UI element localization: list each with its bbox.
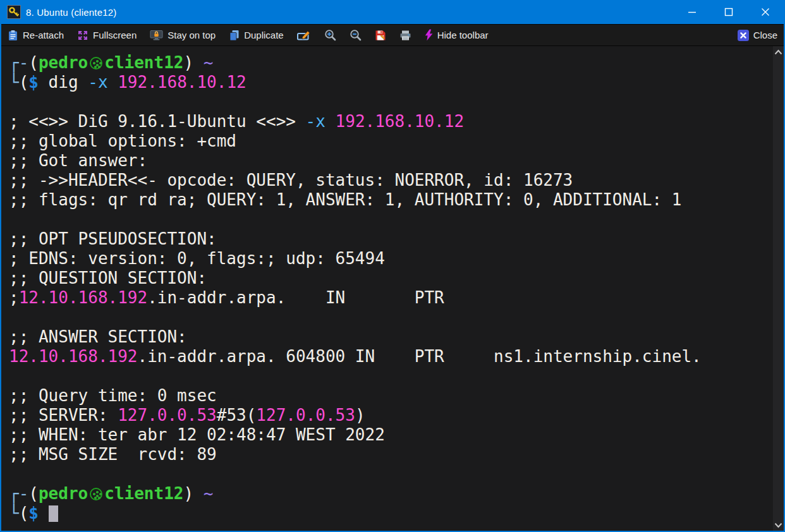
terminal-text-segment: ; <<>> DiG 9.16.1-Ubuntu <<>> [9, 112, 306, 131]
save-button[interactable] [375, 30, 386, 41]
terminal-text-segment: ;; SERVER: [9, 406, 118, 425]
terminal-line: └($ [9, 504, 773, 523]
terminal-text-segment: .in-addr.arpa. IN PTR [147, 288, 444, 307]
terminal-text-segment: .in-addr.arpa. 604800 IN PTR ns1.interns… [138, 347, 702, 366]
terminal-text-segment: 192.168.10.12 [118, 73, 246, 92]
terminal-line: ;; ANSWER SECTION: [9, 327, 773, 347]
terminal-line: ;; MSG SIZE rcvd: 89 [9, 445, 773, 464]
remote-viewer-window: 8. Ubuntu (cliente12) Re-attach [0, 0, 785, 532]
terminal-line [9, 464, 773, 484]
terminal-line: ; <<>> DiG 9.16.1-Ubuntu <<>> -x 192.168… [9, 112, 773, 131]
terminal-text-segment: 12.10.168.192 [19, 288, 148, 307]
terminal-line: ;; global options: +cmd [9, 131, 773, 151]
lightning-icon [425, 29, 433, 41]
re-attach-label: Re-attach [23, 30, 64, 40]
stay-on-top-button[interactable]: Stay on top [150, 30, 216, 41]
terminal-line [9, 210, 773, 229]
terminal-text-segment: ~ [204, 484, 214, 503]
terminal-text-segment: dig [39, 73, 88, 92]
monitor-lock-icon [150, 30, 163, 41]
window-controls [674, 0, 784, 24]
terminal-text-segment: ( [28, 484, 39, 503]
save-icon [375, 30, 386, 41]
terminal-output[interactable]: ┌-(pedroclient12) ~└($ dig -x 192.168.10… [1, 46, 773, 531]
terminal-text-segment: $ [28, 504, 39, 523]
scroll-up-button[interactable] [773, 46, 784, 57]
terminal-text-segment: ) [183, 484, 203, 503]
terminal-text-segment: ) [355, 406, 365, 425]
window-title: 8. Ubuntu (cliente12) [26, 7, 116, 18]
terminal-line: ;; QUESTION SECTION: [9, 269, 773, 288]
terminal-text-segment: 192.168.10.12 [336, 112, 465, 131]
duplicate-label: Duplicate [244, 30, 284, 40]
terminal-line: ;; Got answer: [9, 151, 773, 171]
zoom-in-button[interactable] [324, 29, 336, 41]
scroll-down-button[interactable] [773, 519, 784, 531]
fullscreen-label: Fullscreen [93, 30, 137, 40]
terminal-text-segment: 127.0.0.53 [118, 406, 217, 425]
print-icon [399, 30, 411, 41]
terminal-line: ┌-(pedroclient12) ~ [9, 53, 773, 73]
duplicate-button[interactable]: Duplicate [229, 30, 284, 41]
close-session-button[interactable]: Close [738, 30, 777, 41]
edit-button[interactable] [297, 30, 311, 40]
terminal-text-segment: $ [28, 73, 39, 92]
terminal-text-segment: 127.0.0.53 [256, 406, 355, 425]
terminal-text-segment: ;; global options: +cmd [9, 131, 236, 150]
hide-toolbar-button[interactable]: Hide toolbar [425, 29, 489, 41]
terminal-text-segment: ( [19, 504, 29, 523]
close-icon [761, 8, 770, 16]
edit-icon [297, 30, 311, 40]
minimize-icon [688, 8, 697, 16]
terminal-text-segment: 12.10.168.192 [9, 347, 138, 366]
terminal-text-segment: ~ [204, 53, 214, 72]
terminal-line: └($ dig -x 192.168.10.12 [9, 73, 773, 92]
terminal-text-segment: ;; Got answer: [9, 151, 147, 170]
terminal-line: ;; WHEN: ter abr 12 02:48:47 WEST 2022 [9, 425, 773, 445]
maximize-button[interactable] [710, 0, 747, 24]
zoom-in-icon [324, 29, 336, 41]
terminal-text-segment: └ [9, 504, 19, 523]
close-session-label: Close [753, 30, 777, 40]
terminal-text-segment: ;; ->>HEADER<<- opcode: QUERY, status: N… [9, 171, 573, 190]
kali-user-icon [90, 57, 102, 70]
hide-toolbar-label: Hide toolbar [437, 30, 489, 40]
close-session-icon [738, 30, 749, 41]
print-button[interactable] [399, 30, 411, 41]
fullscreen-arrows-icon [77, 30, 88, 41]
terminal-line: ;; OPT PSEUDOSECTION: [9, 229, 773, 249]
zoom-out-icon [350, 29, 362, 41]
terminal-cursor [49, 505, 58, 522]
terminal-text-segment: ; EDNS: version: 0, flags:; udp: 65494 [9, 249, 385, 268]
key-icon [7, 5, 21, 19]
terminal-line [9, 92, 773, 112]
viewer-toolbar: Re-attach Fullscreen Stay on top [1, 24, 784, 46]
fullscreen-button[interactable]: Fullscreen [77, 30, 137, 41]
terminal-text-segment: -x [88, 73, 107, 92]
terminal-line: ; EDNS: version: 0, flags:; udp: 65494 [9, 249, 773, 269]
terminal-text-segment: └ [9, 73, 19, 92]
terminal-line [9, 308, 773, 327]
terminal-line: 12.10.168.192.in-addr.arpa. 604800 IN PT… [9, 347, 773, 366]
terminal-line: ;; ->>HEADER<<- opcode: QUERY, status: N… [9, 171, 773, 190]
terminal-text-segment: ;; Query time: 0 msec [9, 386, 217, 405]
terminal-text-segment: ;; OPT PSEUDOSECTION: [9, 229, 217, 248]
terminal-text-segment: client12 [104, 53, 183, 72]
terminal-text-segment [108, 73, 118, 92]
terminal-text-segment: ;; flags: qr rd ra; QUERY: 1, ANSWER: 1,… [9, 190, 681, 209]
chevron-up-icon [774, 49, 782, 55]
terminal-line: ;; SERVER: 127.0.0.53#53(127.0.0.53) [9, 406, 773, 425]
re-attach-button[interactable]: Re-attach [8, 30, 64, 41]
close-window-button[interactable] [747, 0, 784, 24]
terminal-text-segment: ; [9, 288, 19, 307]
terminal-line: ;12.10.168.192.in-addr.arpa. IN PTR [9, 288, 773, 308]
title-bar[interactable]: 8. Ubuntu (cliente12) [1, 0, 784, 24]
terminal-text-segment: ┌- [9, 484, 28, 503]
terminal-line: ;; Query time: 0 msec [9, 386, 773, 406]
maximize-icon [724, 8, 733, 16]
minimize-button[interactable] [674, 0, 710, 24]
kali-user-icon [90, 488, 102, 500]
terminal-scrollbar[interactable] [773, 46, 784, 531]
terminal-text-segment [326, 112, 336, 131]
zoom-out-button[interactable] [350, 29, 362, 41]
